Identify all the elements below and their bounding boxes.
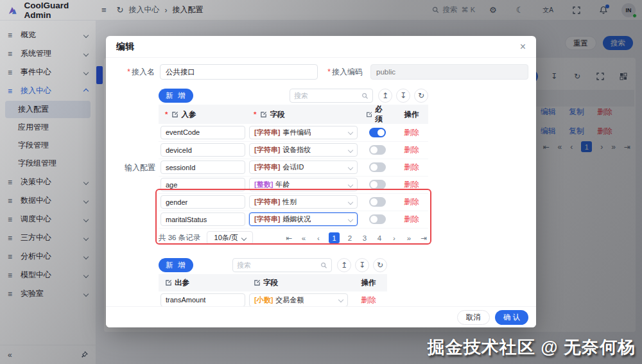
field-type-tag: [整数] (254, 180, 273, 189)
delete-link[interactable]: 删除 (404, 145, 419, 154)
first-page-icon[interactable]: ⇤ (284, 234, 293, 243)
page-2[interactable]: 2 (345, 234, 354, 242)
field-name: 性别 (282, 197, 297, 207)
chevron-down-icon (348, 182, 353, 187)
edit-square-icon (254, 279, 261, 286)
output-search-field[interactable] (237, 261, 318, 269)
field-name: 婚姻状况 (282, 214, 311, 224)
edit-square-icon (260, 111, 267, 118)
modal-header: 编辑 × (106, 36, 536, 58)
chevron-down-icon (348, 216, 353, 221)
search-icon (361, 92, 369, 100)
input-search-field[interactable] (294, 92, 359, 100)
prev-page-icon[interactable]: ‹ (314, 234, 323, 242)
close-icon[interactable]: × (520, 42, 526, 52)
refresh-icon[interactable]: ↻ (414, 89, 428, 103)
refresh-icon[interactable]: ↻ (373, 258, 387, 272)
required-toggle[interactable] (369, 180, 386, 189)
output-section-toolbar: 新 增 ↥ ↧ ↻ (159, 257, 387, 273)
download-icon[interactable]: ↧ (355, 258, 369, 272)
delete-link[interactable]: 删除 (404, 214, 419, 223)
chevron-down-icon (348, 199, 353, 204)
add-input-param-button[interactable]: 新 增 (159, 89, 193, 103)
modal-title: 编辑 (116, 41, 134, 53)
field-name: 会话ID (282, 162, 304, 172)
back-10-icon[interactable]: « (299, 234, 308, 242)
required-toggle[interactable] (369, 145, 386, 155)
add-output-param-button[interactable]: 新 增 (159, 258, 193, 272)
edit-modal: 编辑 × *接入名 *接入编码 输入配置 新 增 (106, 36, 536, 327)
cancel-button[interactable]: 取消 (457, 310, 490, 325)
param-name-input[interactable] (160, 126, 245, 139)
field-select[interactable]: [整数] 年龄 (249, 178, 358, 191)
search-icon (320, 262, 327, 269)
field-select[interactable]: [字符串] 婚姻状况 (249, 212, 358, 226)
field-type-tag: [字符串] (254, 162, 280, 172)
field-name: 交易金额 (275, 295, 304, 305)
field-select[interactable]: [字符串] 事件编码 (249, 126, 358, 139)
chevron-down-icon (241, 235, 247, 240)
output-search-box[interactable] (232, 258, 332, 272)
param-name-input[interactable] (160, 160, 245, 174)
field-type-tag: [字符串] (254, 145, 280, 155)
access-name-input[interactable] (160, 64, 318, 80)
input-params-section: 新 增 ↥ ↧ ↻ (159, 88, 428, 246)
param-name-input[interactable] (160, 195, 245, 209)
input-params-table: * 入参 * 字段 必须 操作 (159, 105, 428, 229)
page-size-value: 10条/页 (214, 233, 238, 243)
next-page-icon[interactable]: › (390, 234, 399, 242)
access-name-label: *接入名 (106, 64, 155, 80)
field-type-tag: [字符串] (254, 214, 280, 224)
required-toggle[interactable] (369, 128, 386, 137)
param-name-input[interactable] (160, 212, 245, 226)
field-name: 设备指纹 (282, 145, 311, 155)
watermark-text: 掘金技术社区 @ 无奈何杨 (428, 336, 636, 359)
table-row: [字符串] 婚姻状况 删除 (159, 211, 428, 228)
chevron-down-icon (348, 164, 353, 169)
forward-10-icon[interactable]: » (404, 234, 413, 242)
page-4[interactable]: 4 (375, 234, 384, 242)
table-row: [字符串] 性别 删除 (159, 193, 428, 211)
required-asterisk: * (254, 110, 256, 118)
table-row: [整数] 年龄 删除 (159, 176, 428, 193)
page-1[interactable]: 1 (329, 232, 340, 243)
access-code-input (370, 64, 528, 80)
chevron-down-icon (348, 130, 353, 135)
required-toggle[interactable] (369, 214, 386, 224)
field-select[interactable]: [字符串] 性别 (249, 195, 358, 209)
required-asterisk: * (165, 110, 168, 118)
delete-link[interactable]: 删除 (404, 162, 419, 171)
param-name-input[interactable] (160, 143, 245, 157)
upload-icon[interactable]: ↥ (337, 258, 351, 272)
required-toggle[interactable] (369, 197, 386, 207)
table-row: [字符串] 会话ID 删除 (159, 159, 428, 176)
delete-link[interactable]: 删除 (361, 295, 376, 304)
pager: ⇤ « ‹ 1 2 3 4 › » ⇥ (284, 232, 428, 243)
last-page-icon[interactable]: ⇥ (419, 234, 428, 243)
upload-icon[interactable]: ↥ (378, 89, 392, 103)
param-column-header: 出参 (159, 274, 247, 291)
table-row: [字符串] 事件编码 删除 (159, 124, 428, 141)
field-select[interactable]: [字符串] 会话ID (249, 160, 358, 174)
delete-link[interactable]: 删除 (404, 197, 419, 206)
param-name-input[interactable] (160, 178, 245, 191)
delete-link[interactable]: 删除 (404, 180, 419, 189)
page-3[interactable]: 3 (360, 234, 369, 242)
input-config-label: 输入配置 (112, 162, 155, 173)
edit-square-icon (171, 111, 178, 118)
download-icon[interactable]: ↧ (396, 89, 410, 103)
confirm-button[interactable]: 确 认 (495, 310, 528, 325)
param-name-input[interactable] (160, 293, 245, 307)
field-select[interactable]: [小数] 交易金额 (249, 293, 348, 307)
delete-link[interactable]: 删除 (404, 128, 419, 137)
input-section-toolbar: 新 增 ↥ ↧ ↻ (159, 88, 428, 103)
required-toggle[interactable] (369, 162, 386, 172)
field-type-tag: [字符串] (254, 128, 280, 137)
page-size-select[interactable]: 10条/页 (207, 231, 253, 245)
action-column-header: 操作 (350, 274, 387, 291)
input-search-box[interactable] (290, 89, 373, 103)
field-select[interactable]: [字符串] 设备指纹 (249, 143, 358, 157)
field-column-header: 字段 (247, 274, 350, 291)
action-column-header: 操作 (395, 105, 428, 124)
input-table-pagination: 共 36 条记录 10条/页 ⇤ « ‹ 1 2 3 4 › » ⇥ (159, 230, 428, 246)
